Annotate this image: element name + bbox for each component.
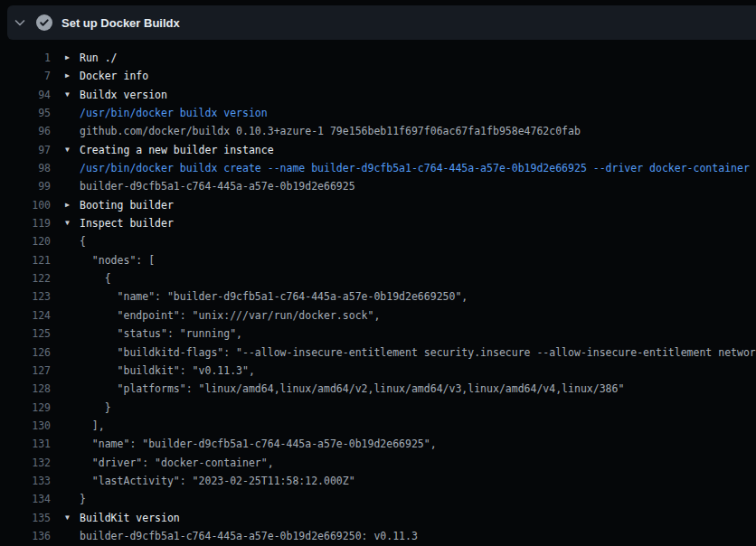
marker-spacer	[65, 269, 80, 287]
step-title: Set up Docker Buildx	[61, 16, 180, 30]
log-text: Inspect builder	[80, 214, 174, 232]
line-number[interactable]: 134	[0, 490, 51, 508]
line-number[interactable]: 128	[0, 380, 51, 398]
triangle-down-icon[interactable]: ▼	[65, 214, 80, 232]
line-number[interactable]: 135	[0, 509, 51, 527]
marker-spacer	[65, 417, 80, 435]
log-line: 99builder-d9cfb5a1-c764-445a-a57e-0b19d2…	[0, 177, 756, 195]
triangle-down-icon[interactable]: ▼	[65, 509, 80, 527]
line-number[interactable]: 123	[0, 287, 51, 306]
log-text: /usr/bin/docker buildx create --name bui…	[80, 159, 750, 177]
log-line: 133 "lastActivity": "2023-02-25T11:58:12…	[0, 472, 756, 490]
log-text: builder-d9cfb5a1-c764-445a-a57e-0b19d2e6…	[80, 177, 355, 195]
log-line[interactable]: 119▼Inspect builder	[0, 214, 756, 232]
line-number[interactable]: 100	[0, 196, 51, 214]
log-line: 129 }	[0, 399, 756, 417]
log-text: "buildkitd-flags": "--allow-insecure-ent…	[80, 344, 756, 362]
log-line: 134}	[0, 490, 756, 508]
line-number[interactable]: 122	[0, 269, 51, 287]
line-number[interactable]: 98	[0, 159, 51, 177]
log-text: BuildKit version	[80, 509, 180, 527]
marker-spacer	[65, 104, 80, 122]
line-number[interactable]: 119	[0, 214, 51, 232]
log-text: "platforms": "linux/amd64,linux/amd64/v2…	[80, 380, 624, 398]
log-line: 128 "platforms": "linux/amd64,linux/amd6…	[0, 380, 756, 398]
marker-spacer	[65, 380, 80, 398]
log-line: 125 "status": "running",	[0, 325, 756, 343]
log-line: 127 "buildkit": "v0.11.3",	[0, 362, 756, 380]
line-number[interactable]: 130	[0, 417, 51, 435]
log-line[interactable]: 97▼Creating a new builder instance	[0, 141, 756, 159]
line-number[interactable]: 127	[0, 362, 51, 380]
log-text: /usr/bin/docker buildx version	[80, 104, 268, 122]
log-line: 96github.com/docker/buildx 0.10.3+azure-…	[0, 122, 756, 140]
log-line: 126 "buildkitd-flags": "--allow-insecure…	[0, 344, 756, 362]
log-line: 122 {	[0, 269, 756, 287]
line-number[interactable]: 132	[0, 454, 51, 472]
log-line: 120{	[0, 232, 756, 250]
line-number[interactable]: 124	[0, 306, 51, 325]
triangle-right-icon[interactable]: ▶	[65, 196, 80, 214]
log-text: Booting builder	[80, 196, 174, 214]
line-number[interactable]: 133	[0, 472, 51, 490]
chevron-down-icon[interactable]	[13, 15, 27, 30]
log-text: "name": "builder-d9cfb5a1-c764-445a-a57e…	[80, 435, 437, 453]
log-text: }	[80, 490, 86, 508]
log-text: Buildx version	[80, 86, 167, 104]
line-number[interactable]: 1	[0, 49, 51, 67]
log-text: ],	[80, 417, 105, 435]
log-lines: 1▶Run ./7▶Docker info94▼Buildx version95…	[0, 49, 756, 545]
marker-spacer	[65, 122, 80, 140]
marker-spacer	[65, 159, 80, 177]
log-text: "name": "builder-d9cfb5a1-c764-445a-a57e…	[80, 287, 468, 306]
line-number[interactable]: 99	[0, 177, 51, 195]
log-viewer[interactable]: 1▶Run ./7▶Docker info94▼Buildx version95…	[0, 40, 756, 546]
step-header[interactable]: Set up Docker Buildx	[7, 5, 756, 40]
line-number[interactable]: 96	[0, 122, 51, 140]
line-number[interactable]: 125	[0, 325, 51, 343]
log-text: Docker info	[80, 67, 148, 85]
line-number[interactable]: 97	[0, 141, 51, 159]
marker-spacer	[65, 251, 80, 269]
line-number[interactable]: 126	[0, 344, 51, 362]
log-line[interactable]: 100▶Booting builder	[0, 196, 756, 214]
log-line: 136builder-d9cfb5a1-c764-445a-a57e-0b19d…	[0, 527, 756, 545]
marker-spacer	[65, 362, 80, 380]
line-number[interactable]: 131	[0, 435, 51, 453]
line-number[interactable]: 136	[0, 527, 51, 545]
line-number[interactable]: 120	[0, 232, 51, 250]
line-number[interactable]: 129	[0, 399, 51, 417]
log-line[interactable]: 1▶Run ./	[0, 49, 756, 67]
log-text: builder-d9cfb5a1-c764-445a-a57e-0b19d2e6…	[80, 527, 418, 545]
marker-spacer	[65, 527, 80, 545]
marker-spacer	[65, 344, 80, 362]
marker-spacer	[65, 399, 80, 417]
marker-spacer	[65, 454, 80, 472]
log-text: github.com/docker/buildx 0.10.3+azure-1 …	[80, 122, 581, 140]
triangle-down-icon[interactable]: ▼	[65, 141, 80, 159]
log-text: "driver": "docker-container",	[80, 454, 274, 472]
log-text: "buildkit": "v0.11.3",	[80, 362, 255, 380]
log-line: 131 "name": "builder-d9cfb5a1-c764-445a-…	[0, 435, 756, 453]
log-text: "endpoint": "unix:///var/run/docker.sock…	[80, 306, 380, 325]
line-number[interactable]: 95	[0, 104, 51, 122]
log-text: "nodes": [	[80, 251, 155, 269]
triangle-right-icon[interactable]: ▶	[65, 67, 80, 85]
log-text: {	[80, 269, 111, 287]
line-number[interactable]: 7	[0, 67, 51, 85]
log-line: 124 "endpoint": "unix:///var/run/docker.…	[0, 306, 756, 325]
marker-spacer	[65, 435, 80, 453]
log-line[interactable]: 7▶Docker info	[0, 67, 756, 85]
log-line: 123 "name": "builder-d9cfb5a1-c764-445a-…	[0, 287, 756, 306]
log-line[interactable]: 94▼Buildx version	[0, 86, 756, 104]
line-number[interactable]: 121	[0, 251, 51, 269]
line-number[interactable]: 94	[0, 86, 51, 104]
triangle-down-icon[interactable]: ▼	[65, 86, 80, 104]
log-text: "lastActivity": "2023-02-25T11:58:12.000…	[80, 472, 355, 490]
log-line[interactable]: 135▼BuildKit version	[0, 509, 756, 527]
log-line: 98/usr/bin/docker buildx create --name b…	[0, 159, 756, 177]
log-text: "status": "running",	[80, 325, 242, 343]
marker-spacer	[65, 472, 80, 490]
triangle-right-icon[interactable]: ▶	[65, 49, 80, 67]
log-line: 130 ],	[0, 417, 756, 435]
